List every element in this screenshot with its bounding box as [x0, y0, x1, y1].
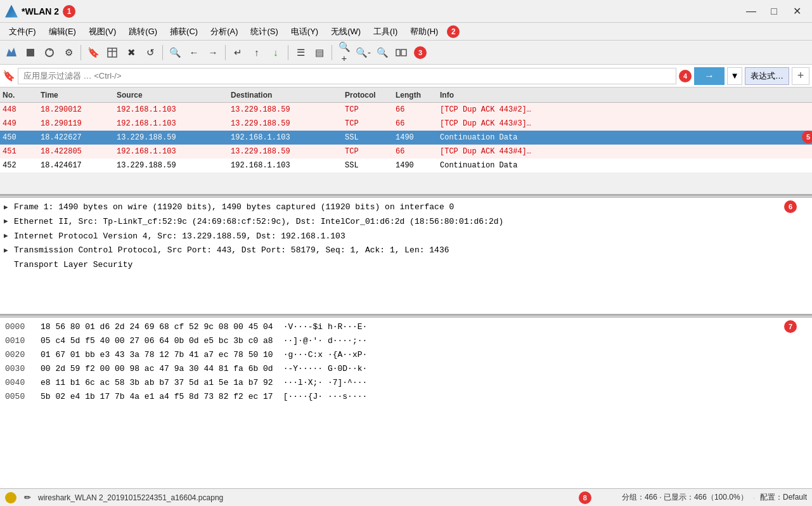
table-button[interactable]: [103, 44, 121, 62]
hex-row: 0010 05 c4 5d f5 40 00 27 06 64 0b 0d e5…: [5, 334, 807, 348]
packet-row[interactable]: 451 18.422805 192.168.1.103 13.229.188.5…: [0, 145, 812, 159]
status-divider: ·: [753, 493, 755, 502]
zoom-normal-button[interactable]: 🔍: [373, 44, 391, 62]
menu-file[interactable]: 文件(F): [3, 25, 42, 39]
stop-button[interactable]: [22, 44, 39, 62]
menu-help[interactable]: 帮助(H): [404, 25, 444, 39]
packet-row[interactable]: 448 18.290012 192.168.1.103 13.229.188.5…: [0, 103, 812, 117]
cell-destination: 192.168.1.103: [228, 161, 342, 170]
resize-columns-button[interactable]: [392, 44, 410, 62]
packet-row[interactable]: 450 18.422627 13.229.188.59 192.168.1.10…: [0, 131, 812, 145]
filter-expression-button[interactable]: 表达式…: [745, 67, 789, 85]
menu-go[interactable]: 跳转(G): [122, 25, 164, 39]
expand-arrow-icon: ▶: [4, 202, 14, 214]
cell-source: 192.168.1.103: [114, 147, 228, 156]
zoom-in-button[interactable]: 🔍+: [335, 44, 353, 62]
edit-file-icon[interactable]: ✏: [22, 492, 33, 503]
menu-statistics[interactable]: 统计(S): [244, 25, 284, 39]
hex-row: 0000 18 56 80 01 d6 2d 24 69 68 cf 52 9c…: [5, 320, 807, 334]
cell-info: Continuation Data: [437, 161, 812, 170]
reload-button[interactable]: ↺: [141, 44, 159, 62]
separator-4: [288, 45, 288, 60]
detail-text: Internet Protocol Version 4, Src: 13.229…: [14, 230, 808, 243]
detail-text: Ethernet II, Src: Tp-LinkT_cf:52:9c (24:…: [14, 216, 808, 229]
svg-rect-6: [401, 49, 406, 56]
cell-time: 18.290012: [38, 105, 114, 114]
align-left-button[interactable]: ☰: [292, 44, 309, 62]
menu-analyze[interactable]: 分析(A): [204, 25, 244, 39]
packet-row[interactable]: 449 18.290119 192.168.1.103 13.229.188.5…: [0, 117, 812, 131]
hex-offset: 0050: [5, 390, 30, 404]
goto-button[interactable]: ↵: [229, 44, 247, 62]
packet-list-body: 448 18.290012 192.168.1.103 13.229.188.5…: [0, 103, 812, 194]
detail-row[interactable]: ▶ Transmission Control Protocol, Src Por…: [0, 243, 812, 258]
maximize-button[interactable]: □: [764, 3, 784, 20]
filter-add-button[interactable]: +: [792, 67, 809, 85]
hex-offset: 0040: [5, 376, 30, 390]
cell-time: 18.290119: [38, 119, 114, 128]
back-button[interactable]: ←: [185, 44, 203, 62]
svg-rect-5: [396, 49, 400, 56]
hex-bytes: 01 67 01 bb e3 43 3a 78 12 7b 41 a7 ec 7…: [41, 348, 273, 362]
zoom-out-button[interactable]: 🔍-: [354, 44, 372, 62]
menu-wireless[interactable]: 无线(W): [325, 25, 367, 39]
last-packet-button[interactable]: ↓: [267, 44, 285, 62]
detail-row[interactable]: ▶ Ethernet II, Src: Tp-LinkT_cf:52:9c (2…: [0, 215, 812, 230]
cell-info: [TCP Dup ACK 443#2]…: [437, 105, 812, 114]
packet-row[interactable]: 452 18.424617 13.229.188.59 192.168.1.10…: [0, 159, 812, 172]
bookmark-button[interactable]: 🔖: [84, 44, 102, 62]
hex-row: 0050 5b 02 e4 1b 17 7b 4a e1 a4 f5 8d 73…: [5, 390, 807, 404]
expand-arrow-icon: ▶: [4, 245, 14, 257]
cell-source: 13.229.188.59: [114, 161, 228, 170]
align-right-button[interactable]: ▤: [311, 44, 328, 62]
clear-button[interactable]: ✖: [122, 44, 140, 62]
menu-capture[interactable]: 捕获(C): [164, 25, 204, 39]
titlebar: *WLAN 2 1 — □ ✕: [0, 0, 812, 23]
forward-button[interactable]: →: [204, 44, 222, 62]
close-button[interactable]: ✕: [787, 3, 807, 20]
separator-1: [81, 45, 81, 60]
detail-row[interactable]: Transport Layer Security: [0, 258, 812, 273]
cell-protocol: TCP: [342, 147, 393, 156]
menu-telephone[interactable]: 电话(Y): [285, 25, 325, 39]
menu-edit[interactable]: 编辑(E): [42, 25, 82, 39]
badge-6: 6: [784, 200, 797, 213]
hex-offset: 0010: [5, 334, 30, 348]
search-button[interactable]: 🔍: [166, 44, 184, 62]
cell-source: 192.168.1.103: [114, 105, 228, 114]
shark-fin-button[interactable]: [3, 44, 20, 62]
cell-info: [TCP Dup ACK 443#4]…: [437, 147, 812, 156]
cell-destination: 13.229.188.59: [228, 105, 342, 114]
badge-2: 2: [447, 25, 460, 38]
expand-arrow-icon: ▶: [4, 216, 14, 228]
hex-dump: 7 0000 18 56 80 01 d6 2d 24 69 68 cf 52 …: [0, 318, 812, 488]
svg-rect-0: [27, 49, 34, 56]
first-packet-button[interactable]: ↑: [248, 44, 266, 62]
filter-dropdown-button[interactable]: ▼: [727, 67, 742, 85]
detail-text: Frame 1: 1490 bytes on wire (11920 bits)…: [14, 201, 808, 214]
statusbar: ✏ wireshark_WLAN 2_20191015224351_a16604…: [0, 488, 812, 506]
hex-row: 0040 e8 11 b1 6c ac 58 3b ab b7 37 5d a1…: [5, 376, 807, 390]
restart-button[interactable]: [41, 44, 58, 62]
minimize-button[interactable]: —: [741, 3, 761, 20]
cell-length: 66: [393, 105, 437, 114]
hex-bytes: 00 2d 59 f2 00 00 98 ac 47 9a 30 44 81 f…: [41, 362, 273, 376]
packet-list-container: No. Time Source Destination Protocol Len…: [0, 88, 812, 195]
menu-tools[interactable]: 工具(I): [367, 25, 404, 39]
detail-text: Transmission Control Protocol, Src Port:…: [14, 244, 808, 257]
menu-view[interactable]: 视图(V): [82, 25, 122, 39]
capture-status-indicator: [5, 492, 16, 503]
hex-bytes: 5b 02 e4 1b 17 7b 4a e1 a4 f5 8d 73 82 f…: [41, 390, 273, 404]
header-length: Length: [393, 91, 437, 100]
cell-no: 449: [0, 119, 38, 128]
header-source: Source: [114, 91, 228, 100]
cell-protocol: SSL: [342, 133, 393, 142]
detail-row[interactable]: ▶ Internet Protocol Version 4, Src: 13.2…: [0, 230, 812, 244]
cell-time: 18.422627: [38, 133, 114, 142]
filter-apply-button[interactable]: →: [694, 67, 725, 85]
detail-row[interactable]: ▶ Frame 1: 1490 bytes on wire (11920 bit…: [0, 200, 812, 215]
filter-input[interactable]: [18, 68, 676, 84]
options-button[interactable]: ⚙: [60, 44, 77, 62]
hex-bytes: 18 56 80 01 d6 2d 24 69 68 cf 52 9c 08 0…: [41, 320, 273, 334]
cell-destination: 13.229.188.59: [228, 147, 342, 156]
